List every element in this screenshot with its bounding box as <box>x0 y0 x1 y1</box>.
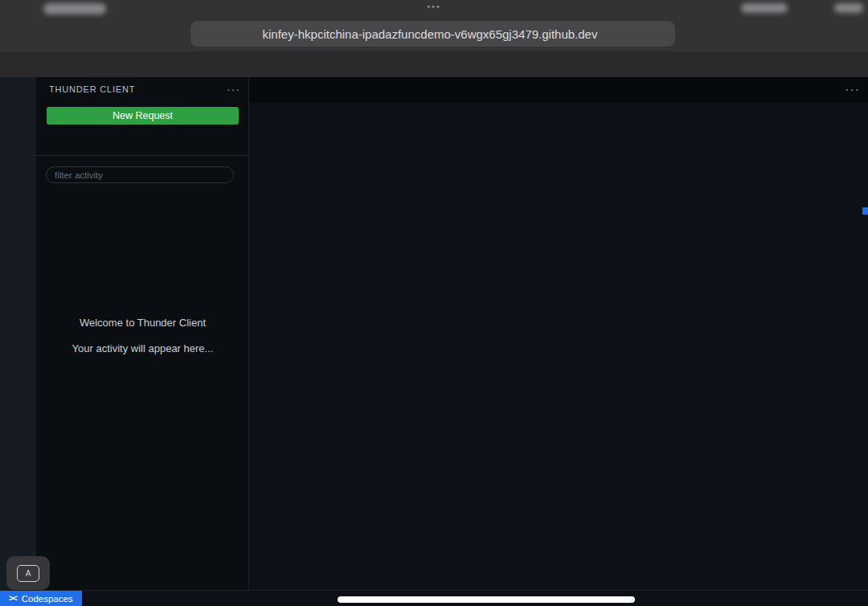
forward-icon[interactable] <box>92 19 121 48</box>
activity-bar <box>0 77 36 590</box>
filter-activity-input[interactable] <box>46 166 234 183</box>
overview-ruler-mark <box>862 207 868 215</box>
back-icon[interactable] <box>55 19 84 48</box>
welcome-title: Welcome to Thunder Client <box>36 317 249 329</box>
code-editor[interactable] <box>249 119 868 590</box>
keyboard-toggle-button[interactable]: A <box>6 556 50 590</box>
battery-redaction <box>741 3 788 13</box>
thunder-client-panel: THUNDER CLIENT ··· New Request Welcome t… <box>36 77 249 590</box>
percent-redaction <box>834 3 863 13</box>
editor-more-icon[interactable]: ··· <box>845 83 860 97</box>
address-bar[interactable]: kinfey-hkpcitchina-ipadazfuncdemo-v6wgx6… <box>190 21 675 47</box>
tabs-overview-icon[interactable] <box>829 19 858 48</box>
ipad-screen: ••• kinfey-hkpcitchina-ipadazfuncdemo-v6… <box>0 0 868 606</box>
remote-label: Codespaces <box>22 594 73 604</box>
breadcrumb <box>249 103 868 119</box>
status-redaction <box>338 596 635 603</box>
keyboard-a-icon: A <box>17 565 39 582</box>
new-request-button[interactable]: New Request <box>47 107 239 125</box>
remote-icon: >< <box>9 594 17 603</box>
sidebar-tabs <box>36 125 248 156</box>
minimap[interactable] <box>788 121 868 571</box>
time-redaction <box>43 3 106 14</box>
welcome-subtitle: Your activity will appear here... <box>36 342 249 354</box>
safari-tab-bar <box>0 51 868 77</box>
share-icon[interactable] <box>747 19 776 48</box>
codespaces-remote-button[interactable]: >< Codespaces <box>0 591 82 606</box>
more-actions-icon[interactable]: ··· <box>227 83 240 96</box>
account-icon[interactable] <box>0 524 36 553</box>
safari-sidebar-icon[interactable] <box>13 19 42 48</box>
editor-tab-bar <box>249 77 868 103</box>
new-tab-icon[interactable] <box>788 19 817 48</box>
vscode-workbench: THUNDER CLIENT ··· New Request Welcome t… <box>0 77 868 606</box>
multitask-dots: ••• <box>0 2 868 11</box>
safari-toolbar: ••• kinfey-hkpcitchina-ipadazfuncdemo-v6… <box>0 0 868 51</box>
url-text: kinfey-hkpcitchina-ipadazfuncdemo-v6wgx6… <box>263 27 598 41</box>
status-bar: >< Codespaces <box>0 590 868 606</box>
panel-title: THUNDER CLIENT <box>49 84 135 94</box>
editor-actions: ··· <box>822 77 860 103</box>
